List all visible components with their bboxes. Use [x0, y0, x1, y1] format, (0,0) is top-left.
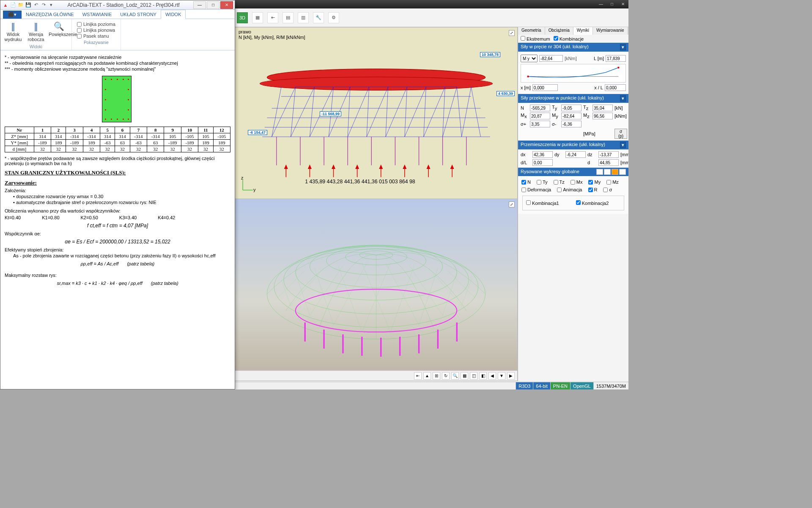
chk-my[interactable]: My — [588, 179, 601, 185]
tab-wstawianie[interactable]: WSTAWIANIE — [78, 10, 116, 19]
my-input[interactable] — [561, 113, 582, 119]
toolbar-settings-icon[interactable]: ⚙ — [328, 12, 339, 23]
chk-r[interactable]: R — [588, 187, 598, 192]
chk-kombinacja2[interactable]: Kombinacja2 — [576, 200, 609, 206]
wk-icon-3[interactable] — [612, 169, 618, 175]
arcadia-maximize-button[interactable]: □ — [207, 1, 219, 9]
zalozenia-label: Założenia: — [5, 188, 230, 193]
tab-wyniki[interactable]: Wyniki — [573, 27, 593, 35]
vc-left-icon[interactable]: ◀ — [488, 372, 496, 380]
vc-first-icon[interactable]: ⇤ — [414, 372, 422, 380]
przem-dropdown-icon[interactable]: ▾ — [620, 142, 626, 148]
toolbar-grid-icon[interactable]: ▦ — [252, 12, 263, 23]
qat-save-icon[interactable]: 💾 — [25, 2, 32, 8]
n-input[interactable] — [530, 105, 550, 111]
chk-n[interactable]: N — [521, 179, 531, 185]
x-input[interactable] — [532, 84, 558, 91]
eng-minimize-button[interactable]: — — [595, 0, 606, 8]
l-value-input[interactable] — [606, 55, 626, 62]
vc-zoom-icon[interactable]: 🔍 — [451, 372, 459, 380]
unit-mpa: [MPa] — [583, 131, 613, 136]
my-label: My — [552, 113, 560, 119]
arcadia-titlebar[interactable]: ▲ 📄 📁 💾 ↶ ↷ ▾ ArCADia-TEXT - Stadion_Lod… — [0, 0, 235, 10]
dx-label: dx — [521, 152, 531, 157]
tab-widok[interactable]: WIDOK — [161, 10, 186, 19]
sp-input[interactable] — [530, 121, 550, 127]
chk-mx[interactable]: Mx — [571, 179, 583, 185]
qat-new-icon[interactable]: 📄 — [10, 2, 16, 8]
przekroj-dropdown-icon[interactable]: ▾ — [620, 95, 626, 102]
ty-input[interactable] — [561, 105, 582, 111]
wk-icon-1[interactable] — [596, 169, 603, 175]
ekstremum-checkbox[interactable]: Ekstremum — [521, 36, 550, 41]
wk-icon-2[interactable] — [604, 169, 611, 175]
formula-alpha: αe = Es / Ecf = 200000,00 / 13313,52 = 1… — [5, 239, 230, 245]
tab-narzedzia[interactable]: NARZĘDZIA GŁÓWNE — [22, 10, 78, 19]
widok-wydruku-button[interactable]: ‖Widok wydruku — [3, 20, 23, 44]
my-value-input[interactable] — [539, 55, 563, 62]
wk-icon-4[interactable] — [619, 169, 626, 175]
chk-mz[interactable]: Mz — [606, 179, 619, 185]
tab-wymiarowanie[interactable]: Wymiarowanie — [593, 27, 628, 35]
tz-input[interactable] — [593, 105, 613, 111]
vc-up-icon[interactable]: ▲ — [423, 372, 431, 380]
vc-layers-icon[interactable]: ▦ — [461, 372, 468, 380]
qat-redo-icon[interactable]: ↷ — [40, 2, 47, 8]
arcadia-close-button[interactable]: ✕ — [220, 1, 233, 9]
dz-input[interactable] — [598, 151, 619, 158]
tab-obciazenia[interactable]: Obciążenia — [545, 27, 573, 35]
qat-dropdown-icon[interactable]: ▾ — [48, 2, 55, 8]
toolbar-table-icon[interactable]: ▥ — [298, 12, 309, 23]
d-input[interactable] — [598, 159, 619, 166]
viewport-top[interactable]: prawo N [kN], My [kNm], R/M [kN/kNm] ⤢ — [235, 28, 517, 199]
widoki-group-label: Widoki — [3, 44, 69, 49]
toolbar-calc-icon[interactable]: ▤ — [283, 12, 294, 23]
mx-input[interactable] — [530, 113, 550, 119]
moment-select[interactable]: M y — [521, 55, 538, 62]
kombinacje-checkbox[interactable]: Kombinacje — [554, 36, 584, 41]
qat-open-icon[interactable]: 📁 — [17, 2, 24, 8]
expand-viewport-bottom-icon[interactable]: ⤢ — [509, 202, 515, 207]
eng-maximize-button[interactable]: □ — [606, 0, 617, 8]
xl-input[interactable] — [605, 84, 626, 91]
viewport-bottom[interactable]: ⤢ — [235, 199, 517, 370]
wersja-robocza-button[interactable]: ‖Wersja robocza — [26, 20, 46, 44]
document-area[interactable]: * - wymiarowanie na skręcanie rozpatrywa… — [0, 50, 235, 389]
toolbar-align-icon[interactable]: ⇤ — [267, 12, 278, 23]
chk-kombinacja1[interactable]: Kombinacja1 — [526, 200, 559, 206]
expand-viewport-icon[interactable]: ⤢ — [509, 30, 515, 36]
sigma-p-button[interactable]: σ (p) — [614, 129, 627, 139]
toolbar-wrench-icon[interactable]: 🔧 — [313, 12, 324, 23]
mz-input[interactable] — [593, 113, 613, 119]
tab-geometria[interactable]: Geometria — [518, 27, 545, 35]
chk-sigma[interactable]: σ — [603, 187, 612, 192]
linijka-pionowa-checkbox[interactable]: Linijka pionowa — [77, 28, 115, 33]
chk-tz[interactable]: Tz — [554, 179, 565, 185]
eng-close-button[interactable]: ✕ — [617, 0, 628, 8]
przekroj-header: Siły przekrojowe w punkcie (ukł. lokalny… — [518, 94, 628, 103]
vc-right-icon[interactable]: ▶ — [507, 372, 515, 380]
vc-view2-icon[interactable]: ◧ — [479, 372, 487, 380]
vc-refresh-icon[interactable]: ↻ — [442, 372, 450, 380]
powiekszenie-button[interactable]: 🔍Powiększenie — [49, 20, 69, 44]
sily-dropdown-icon[interactable]: ▾ — [620, 44, 626, 50]
toolbar-3d-icon[interactable]: 3D — [237, 12, 248, 23]
linijka-pozioma-checkbox[interactable]: Linijka pozioma — [77, 22, 115, 27]
svg-marker-14 — [308, 165, 311, 168]
file-button[interactable]: ⬛▾ — [3, 11, 22, 19]
vc-down-icon[interactable]: ▼ — [498, 372, 505, 380]
dl-input[interactable] — [532, 159, 553, 166]
sm-input[interactable] — [561, 121, 582, 127]
tab-uklad[interactable]: UKŁAD STRONY — [116, 10, 161, 19]
dy-input[interactable] — [565, 151, 586, 158]
pasek-stanu-checkbox[interactable]: Pasek stanu — [77, 33, 115, 39]
chk-ty[interactable]: Ty — [537, 179, 548, 185]
app-icon: ▲ — [2, 2, 9, 8]
vc-grid-icon[interactable]: ⊞ — [433, 372, 440, 380]
vc-view1-icon[interactable]: ◫ — [470, 372, 477, 380]
chk-deformacja[interactable]: Deformacja — [521, 187, 551, 192]
arcadia-minimize-button[interactable]: — — [193, 1, 206, 9]
dx-input[interactable] — [532, 151, 553, 158]
chk-animacja[interactable]: Animacja — [557, 187, 582, 192]
qat-undo-icon[interactable]: ↶ — [33, 2, 39, 8]
